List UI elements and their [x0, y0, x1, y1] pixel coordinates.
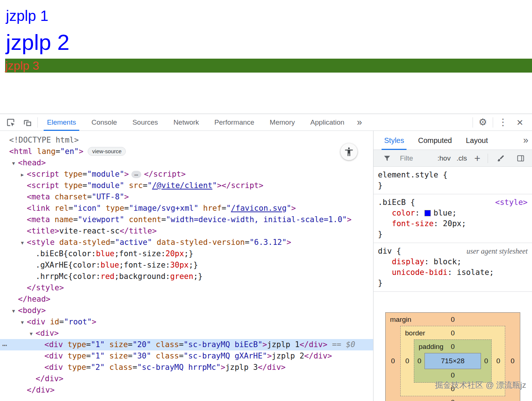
toggle-element-state-button[interactable]: :hov — [437, 154, 451, 162]
css-property-name: font-size — [392, 219, 434, 228]
tree-node[interactable]: ▼<style data-styled="active" data-styled… — [0, 237, 373, 248]
expander-down-icon[interactable]: ▼ — [19, 317, 26, 328]
expander-down-icon[interactable]: ▼ — [28, 328, 34, 339]
toggle-sidebar-icon[interactable] — [514, 152, 528, 165]
tree-node[interactable]: <link rel="icon" type="image/svg+xml" hr… — [0, 203, 373, 214]
css-property-value: block — [434, 257, 457, 266]
css-declaration[interactable]: color: blue; — [378, 208, 528, 218]
tab-elements[interactable]: Elements — [39, 114, 84, 131]
content-size-value: 715×28 — [441, 357, 464, 365]
padding-bottom-value: 0 — [414, 371, 491, 379]
tab-application[interactable]: Application — [303, 114, 352, 131]
kebab-menu-icon[interactable]: ⋮ — [495, 115, 511, 130]
inline-ellipsis-icon[interactable]: … — [131, 171, 141, 178]
devtools-toolbar: ElementsConsoleSourcesNetworkPerformance… — [0, 114, 532, 131]
padding-right-value: 0 — [481, 357, 491, 365]
tree-node[interactable]: </head> — [0, 294, 373, 305]
tree-node[interactable]: <meta charset="UTF-8"> — [0, 191, 373, 203]
close-devtools-icon[interactable]: × — [511, 115, 528, 130]
settings-gear-icon[interactable]: ⚙ — [474, 115, 491, 130]
expander-down-icon[interactable]: ▼ — [10, 305, 17, 317]
margin-label: margin — [390, 316, 411, 324]
tree-node[interactable]: <html lang="en">view-source — [0, 146, 373, 157]
tab-network[interactable]: Network — [166, 114, 207, 131]
tree-node[interactable]: </div> — [0, 373, 373, 385]
inspect-element-icon[interactable] — [2, 115, 19, 130]
rule-selector[interactable]: element.style — [378, 170, 438, 179]
css-declaration[interactable]: display: block; — [378, 257, 528, 267]
css-declaration[interactable]: unicode-bidi: isolate; — [378, 267, 528, 278]
tree-node[interactable]: <div type="2" class="sc-brayMQ hrrpMc">j… — [0, 362, 373, 373]
tree-node[interactable]: </style> — [0, 282, 373, 294]
rendered-page: jzplp 1 jzplp 2 jzplp 3 — [0, 0, 532, 114]
css-declaration[interactable]: font-size: 20px; — [378, 218, 528, 229]
tab-memory[interactable]: Memory — [262, 114, 303, 131]
tree-node[interactable]: .biEcB{color:blue;font-size:20px;} — [0, 248, 373, 260]
tree-node[interactable]: <!DOCTYPE html> — [0, 135, 373, 146]
expander-down-icon[interactable]: ▼ — [19, 237, 26, 249]
tree-node[interactable]: ▼<div> — [0, 328, 373, 339]
style-rule: element.style {} — [374, 167, 532, 194]
expander-right-icon[interactable]: ▶ — [19, 169, 26, 180]
toolbar-divider — [493, 117, 493, 128]
css-property-value: blue — [434, 209, 452, 217]
device-toolbar-icon[interactable] — [19, 115, 36, 130]
tab-sources[interactable]: Sources — [125, 114, 166, 131]
watermark-text: 掘金技术社区 @ 漂流瓶jz — [435, 380, 526, 391]
toolbar-divider — [37, 117, 38, 128]
styles-filter-input[interactable]: Filte — [400, 154, 413, 162]
margin-left-value: 0 — [386, 357, 400, 365]
expander-down-icon[interactable]: ▼ — [10, 158, 17, 169]
devtools-window: ElementsConsoleSourcesNetworkPerformance… — [0, 114, 532, 401]
new-style-rule-button[interactable]: + — [474, 152, 480, 164]
tree-node[interactable]: <meta name="viewport" content="width=dev… — [0, 214, 373, 225]
tree-node[interactable]: .gXArHE{color:blue;font-size:30px;} — [0, 260, 373, 271]
rule-selector[interactable]: div — [378, 247, 392, 255]
border-label: border — [405, 329, 425, 337]
tab-console[interactable]: Console — [84, 114, 125, 131]
border-right-value: 0 — [492, 357, 505, 365]
elements-panel: <!DOCTYPE html><html lang="en">view-sour… — [0, 131, 374, 401]
rendering-brush-icon[interactable] — [494, 152, 508, 165]
tree-node[interactable]: <script type="module" src="/@vite/client… — [0, 180, 373, 191]
sidebar-tab-computed[interactable]: Computed — [411, 131, 459, 150]
sidebar-more-tabs-icon[interactable]: » — [523, 135, 532, 146]
padding-left-value: 0 — [414, 357, 424, 365]
filter-funnel-icon[interactable] — [380, 152, 394, 165]
margin-bottom-value: 0 — [386, 398, 520, 401]
box-model-content[interactable]: 715×28 — [424, 353, 481, 369]
style-rule: <style>.biEcB {color: blue;font-size: 20… — [374, 194, 532, 243]
color-swatch-icon[interactable] — [424, 210, 431, 216]
accessibility-icon[interactable] — [340, 143, 357, 160]
tree-node[interactable]: .hrrpMc{color:red;background:green;} — [0, 271, 373, 282]
tree-node[interactable]: ▶<script type="module">…</script> — [0, 169, 373, 180]
tree-node[interactable]: <title>vite-react-sc</title> — [0, 225, 373, 237]
rule-header: user agent stylesheetdiv { — [378, 246, 528, 257]
filterbar-divider — [488, 154, 488, 163]
page-text-jzplp-2: jzplp 2 — [6, 26, 532, 59]
rule-header: <style>.biEcB { — [378, 197, 528, 208]
tree-node[interactable]: <div type="1" size="30" class="sc-brayMQ… — [0, 350, 373, 362]
rule-selector[interactable]: .biEcB — [378, 198, 406, 207]
view-source-badge[interactable]: view-source — [88, 147, 126, 156]
page-text-jzplp-1: jzplp 1 — [6, 0, 532, 26]
css-property-value: 20px — [443, 219, 462, 228]
tab-performance[interactable]: Performance — [207, 114, 262, 131]
element-classes-button[interactable]: .cls — [456, 154, 467, 162]
tree-node[interactable]: …<div type="1" size="20" class="sc-brayM… — [0, 339, 373, 350]
tree-node[interactable]: ▼<body> — [0, 305, 373, 316]
attribute-link[interactable]: /favicon.svg — [231, 204, 287, 213]
stylesheet-source-link[interactable]: <style> — [495, 197, 528, 208]
elements-tree: <!DOCTYPE html><html lang="en">view-sour… — [0, 131, 373, 396]
attribute-link[interactable]: /@vite/client — [152, 181, 212, 190]
tree-node[interactable]: ▼<head> — [0, 157, 373, 169]
sidebar-tab-layout[interactable]: Layout — [459, 131, 495, 150]
node-menu-icon[interactable]: … — [2, 338, 7, 349]
toolbar-divider — [473, 117, 473, 128]
page-text-jzplp-3: jzplp 3 — [5, 59, 532, 73]
tree-node[interactable]: ▼<div id="root"> — [0, 316, 373, 328]
tree-node[interactable]: </div> — [0, 385, 373, 396]
sidebar-tab-styles[interactable]: Styles — [377, 131, 411, 150]
box-model-padding[interactable]: padding 0 0 0 0 715×28 — [414, 339, 492, 383]
more-tabs-icon[interactable]: » — [352, 115, 367, 130]
